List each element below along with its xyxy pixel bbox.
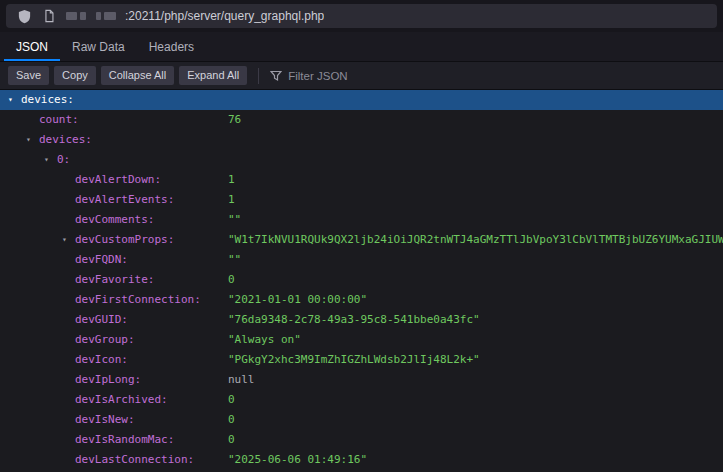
json-value: "PGkgY2xhc3M9ImZhIGZhLWdsb2JlIj48L2k+": [228, 350, 480, 370]
json-value: 0: [228, 390, 235, 410]
json-value: "76da9348-2c78-49a3-95c8-541bbe0a43fc": [228, 310, 480, 330]
json-row-devgroup[interactable]: devGroup:"Always on": [0, 330, 723, 350]
shield-icon[interactable]: [16, 8, 32, 24]
json-row-devisarchived[interactable]: devIsArchived:0: [0, 390, 723, 410]
json-key: devComments:: [75, 213, 154, 226]
browser-window: :20211/php/server/query_graphql.php JSON…: [0, 0, 723, 472]
toolbar-divider: [258, 68, 259, 84]
json-value: "W1t7IkNVU1RQUk9QX2ljb24iOiJQR2tnWTJ4aGM…: [228, 230, 723, 250]
page-info-icon[interactable]: [41, 8, 57, 24]
browser-toolbar: :20211/php/server/query_graphql.php: [0, 0, 723, 32]
json-value: "": [228, 210, 241, 230]
json-key: devAlertDown:: [75, 173, 161, 186]
redacted-host-blocks: [66, 12, 116, 20]
json-key: devFQDN:: [75, 253, 128, 266]
filter-json-box[interactable]: [270, 70, 438, 82]
json-row-devfavorite[interactable]: devFavorite:0: [0, 270, 723, 290]
json-tree: ▾devices:count:76▾devices:▾0:devAlertDow…: [0, 90, 723, 472]
url-text[interactable]: :20211/php/server/query_graphql.php: [125, 9, 324, 23]
json-value: 1: [228, 190, 235, 210]
json-key: devFirstConnection:: [75, 293, 201, 306]
expand-arrow-icon[interactable]: ▾: [44, 150, 57, 170]
json-row-devices[interactable]: ▾devices:: [0, 130, 723, 150]
json-row-devicon[interactable]: devIcon:"PGkgY2xhc3M9ImZhIGZhLWdsb2JlIj4…: [0, 350, 723, 370]
json-value: "2021-01-01 00:00:00": [228, 290, 367, 310]
json-key: devices:: [39, 133, 92, 146]
json-value: null: [228, 370, 255, 390]
json-key: devFavorite:: [75, 273, 154, 286]
json-key: devIsNew:: [75, 413, 135, 426]
json-viewer-toolbar: SaveCopyCollapse AllExpand All: [0, 62, 723, 90]
json-key: devIcon:: [75, 353, 128, 366]
json-row-deviplong[interactable]: devIpLong:null: [0, 370, 723, 390]
json-key: devAlertEvents:: [75, 193, 174, 206]
json-key: devIsRandomMac:: [75, 433, 174, 446]
save-button[interactable]: Save: [8, 66, 49, 85]
json-value: 0: [228, 270, 235, 290]
json-row-devfirstconnection[interactable]: devFirstConnection:"2021-01-01 00:00:00": [0, 290, 723, 310]
collapse-all-button[interactable]: Collapse All: [101, 66, 174, 85]
toolbar-buttons: SaveCopyCollapse AllExpand All: [8, 66, 247, 85]
expand-all-button[interactable]: Expand All: [179, 66, 247, 85]
json-value: "2025-06-06 01:49:16": [228, 450, 367, 470]
json-key: devLastConnection:: [75, 453, 194, 466]
json-row-count[interactable]: count:76: [0, 110, 723, 130]
json-row-devguid[interactable]: devGUID:"76da9348-2c78-49a3-95c8-541bbe0…: [0, 310, 723, 330]
expand-arrow-icon[interactable]: ▾: [62, 230, 75, 250]
json-key: devGroup:: [75, 333, 135, 346]
json-row-devlastconnection[interactable]: devLastConnection:"2025-06-06 01:49:16": [0, 450, 723, 470]
json-value: 0: [228, 430, 235, 450]
json-value: 0: [228, 410, 235, 430]
json-value: 1: [228, 170, 235, 190]
json-row-devfqdn[interactable]: devFQDN:"": [0, 250, 723, 270]
json-key: count:: [39, 113, 79, 126]
json-key: devices:: [21, 93, 74, 106]
json-key: devGUID:: [75, 313, 128, 326]
copy-button[interactable]: Copy: [54, 66, 96, 85]
json-row-devcomments[interactable]: devComments:"": [0, 210, 723, 230]
json-key: devCustomProps:: [75, 233, 174, 246]
json-value: "Always on": [228, 330, 301, 350]
json-row-devalertevents[interactable]: devAlertEvents:1: [0, 190, 723, 210]
expand-arrow-icon[interactable]: ▾: [8, 90, 21, 110]
json-viewer-tabbar: JSONRaw DataHeaders: [0, 32, 723, 62]
json-row-devcustomprops[interactable]: ▾devCustomProps:"W1t7IkNVU1RQUk9QX2ljb24…: [0, 230, 723, 250]
json-row-devisrandommac[interactable]: devIsRandomMac:0: [0, 430, 723, 450]
expand-arrow-icon[interactable]: ▾: [26, 130, 39, 150]
json-row-0[interactable]: ▾0:: [0, 150, 723, 170]
tab-headers[interactable]: Headers: [137, 32, 206, 61]
json-value: 76: [228, 110, 241, 130]
tab-raw-data[interactable]: Raw Data: [60, 32, 137, 61]
json-key: devIpLong:: [75, 373, 141, 386]
filter-funnel-icon: [270, 70, 282, 82]
json-value: "": [228, 250, 241, 270]
json-key: 0:: [57, 153, 70, 166]
address-bar[interactable]: :20211/php/server/query_graphql.php: [6, 4, 717, 28]
tab-json[interactable]: JSON: [4, 32, 60, 61]
json-row-devices[interactable]: ▾devices:: [0, 90, 723, 110]
json-key: devIsArchived:: [75, 393, 168, 406]
filter-json-input[interactable]: [288, 70, 438, 82]
json-row-devalertdown[interactable]: devAlertDown:1: [0, 170, 723, 190]
json-row-devisnew[interactable]: devIsNew:0: [0, 410, 723, 430]
